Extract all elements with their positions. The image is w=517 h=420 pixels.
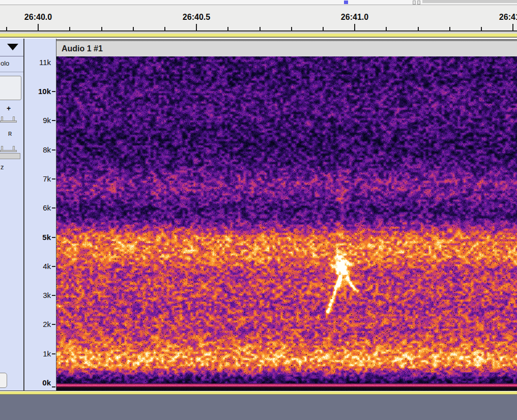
- timeline-minor-tick: [227, 27, 228, 31]
- gain-slider[interactable]: [0, 115, 18, 124]
- freq-tick: [52, 149, 55, 151]
- freq-label: 6k: [24, 203, 51, 213]
- freq-tick: [52, 178, 55, 179]
- freq-label: 8k: [24, 145, 51, 155]
- panel-corner-button[interactable]: [0, 373, 7, 388]
- sample-rate-fragment: z: [1, 163, 4, 171]
- timeline-major-tick: [354, 24, 355, 31]
- timeline-label: 26:40.5: [183, 12, 210, 22]
- freq-tick: [52, 353, 55, 354]
- track-bottom-border: [0, 391, 517, 395]
- freq-tick: [52, 386, 55, 387]
- timeline-minor-tick: [6, 27, 7, 31]
- frequency-ruler[interactable]: 11k10k9k8k7k6k5k4k3k2k1k0k: [24, 39, 56, 391]
- freq-tick: [52, 120, 55, 121]
- gain-plus-label: +: [7, 104, 11, 112]
- timeline-minor-tick: [291, 27, 292, 31]
- timeline-ruler[interactable]: 26:40.026:40.526:41.026:41.5: [0, 5, 517, 32]
- timeline-major-tick: [38, 24, 39, 31]
- timeline-minor-tick: [481, 27, 482, 31]
- pane-splitter-handle[interactable]: [413, 1, 416, 5]
- clip-title-bar[interactable]: Audio 1 #1: [56, 39, 517, 56]
- freq-tick: [52, 295, 55, 296]
- toolbar-edge-shade: [422, 0, 517, 3]
- timeline-minor-tick: [386, 27, 387, 31]
- pan-right-label: R: [8, 131, 12, 137]
- freq-label: 10k: [24, 86, 51, 97]
- audacity-window: 26:40.026:40.526:41.026:41.5 olo + R z 1…: [0, 0, 517, 420]
- timeline-major-tick: [512, 24, 513, 31]
- timeline-minor-tick: [323, 27, 324, 31]
- freq-label: 5k: [24, 232, 51, 243]
- freq-tick: [52, 324, 55, 325]
- freq-tick: [52, 237, 55, 238]
- timeline-minor-tick: [418, 27, 419, 31]
- tracks-background[interactable]: [0, 395, 517, 420]
- panel-widget-fragment: [0, 153, 20, 159]
- freq-tick: [52, 266, 55, 267]
- freq-label: 9k: [24, 115, 51, 126]
- timeline-minor-tick: [449, 27, 450, 31]
- toolbar-edge-strip: [0, 0, 517, 5]
- panel-divider: [0, 56, 23, 56]
- timeline-minor-tick: [133, 27, 134, 31]
- mute-button[interactable]: [0, 76, 21, 100]
- timeline-minor-tick: [260, 27, 261, 31]
- track-top-border: [0, 33, 517, 39]
- playhead-marker-icon: [344, 1, 348, 4]
- freq-label: 11k: [24, 57, 51, 68]
- freq-label: 4k: [24, 261, 51, 272]
- solo-button[interactable]: olo: [1, 59, 9, 68]
- timeline-minor-tick: [101, 27, 102, 31]
- freq-tick: [52, 91, 55, 92]
- freq-label: 2k: [24, 319, 51, 329]
- timeline-label: 26:41.5: [499, 12, 517, 22]
- track-menu-dropdown-icon[interactable]: [7, 44, 18, 50]
- timeline-major-tick: [196, 24, 197, 31]
- timeline-minor-tick: [164, 27, 165, 31]
- freq-label: 3k: [24, 290, 51, 301]
- pane-splitter-handle[interactable]: [417, 1, 420, 5]
- spectrogram-canvas[interactable]: [56, 56, 517, 391]
- pan-slider[interactable]: [0, 145, 18, 153]
- freq-label: 7k: [24, 174, 51, 184]
- panel-divider: [0, 72, 23, 72]
- timeline-minor-tick: [69, 27, 70, 31]
- freq-tick: [52, 207, 55, 208]
- freq-label: 1k: [24, 349, 51, 359]
- timeline-label: 26:40.0: [24, 12, 52, 22]
- freq-label: 0k: [24, 378, 51, 388]
- track-title: Audio 1 #1: [62, 42, 103, 56]
- timeline-label: 26:41.0: [341, 12, 368, 22]
- titlebar-shadow: [56, 39, 517, 41]
